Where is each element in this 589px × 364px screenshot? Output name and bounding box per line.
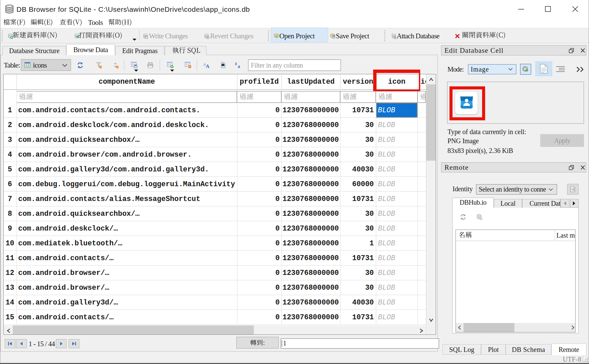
- svg-text:a: a: [238, 64, 240, 69]
- svg-text:A: A: [206, 64, 209, 69]
- svg-text:A: A: [203, 62, 206, 67]
- svg-text:b: b: [235, 62, 237, 66]
